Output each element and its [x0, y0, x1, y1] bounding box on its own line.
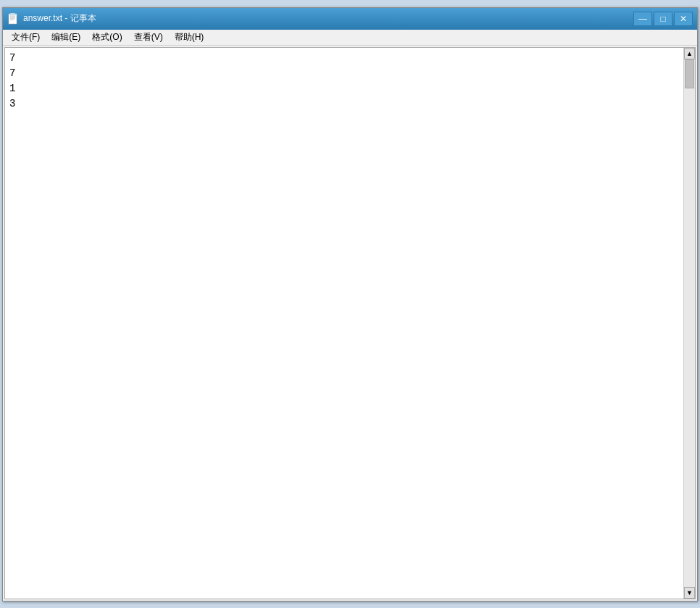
menu-view[interactable]: 查看(V) [128, 30, 169, 45]
vertical-scrollbar[interactable]: ▲ ▼ [683, 48, 695, 599]
notepad-window: answer.txt - 记事本 — □ ✕ 文件(F) 编辑(E) 格式(O)… [2, 7, 698, 601]
maximize-button[interactable]: □ [654, 12, 672, 26]
scroll-track[interactable] [684, 59, 695, 587]
menu-file[interactable]: 文件(F) [6, 30, 46, 45]
menu-bar: 文件(F) 编辑(E) 格式(O) 查看(V) 帮助(H) [3, 30, 697, 46]
text-editor[interactable]: 7 7 1 3 [5, 48, 683, 599]
menu-edit[interactable]: 编辑(E) [46, 30, 86, 45]
svg-rect-1 [10, 13, 15, 15]
window-controls: — □ ✕ [633, 12, 693, 26]
scroll-thumb[interactable] [685, 59, 694, 88]
menu-help[interactable]: 帮助(H) [169, 30, 210, 45]
minimize-button[interactable]: — [633, 12, 652, 26]
close-button[interactable]: ✕ [674, 12, 693, 26]
menu-format[interactable]: 格式(O) [86, 30, 128, 45]
notepad-icon [7, 13, 19, 25]
window-title: answer.txt - 记事本 [23, 12, 633, 25]
editor-container: 7 7 1 3 ▲ ▼ [4, 47, 696, 599]
title-bar: answer.txt - 记事本 — □ ✕ [3, 8, 697, 30]
scroll-up-button[interactable]: ▲ [684, 48, 695, 59]
scroll-down-button[interactable]: ▼ [684, 587, 695, 599]
